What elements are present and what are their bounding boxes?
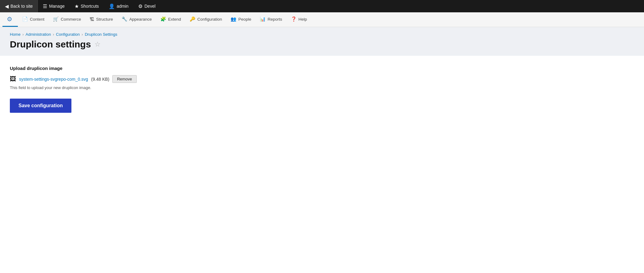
back-to-site-label: Back to site (10, 4, 33, 9)
file-icon: 🖼 (10, 75, 16, 83)
upload-section-label: Upload druplicon image (10, 66, 634, 71)
file-link[interactable]: system-settings-svgrepo-com_0.svg (19, 77, 88, 82)
nav-commerce[interactable]: 🛒 Commerce (49, 12, 85, 27)
breadcrumb: Home › Administration › Configuration › … (10, 32, 634, 37)
breadcrumb-sep-1: › (22, 32, 24, 37)
devel-icon: ⚙ (138, 3, 143, 9)
nav-help-label: Help (299, 17, 307, 22)
manage-label: Manage (49, 4, 65, 9)
structure-icon: 🏗 (90, 17, 94, 22)
nav-configuration[interactable]: 🔑 Configuration (185, 12, 226, 27)
back-icon: ◀ (5, 3, 9, 9)
page-title-row: Druplicon settings ☆ (10, 39, 634, 50)
nav-commerce-label: Commerce (61, 17, 81, 22)
nav-gear[interactable]: ⚙ (2, 12, 18, 27)
nav-people-label: People (238, 17, 251, 22)
appearance-icon: 🔧 (122, 16, 127, 22)
field-description: This field to upload your new druplicon … (10, 85, 634, 90)
manage-menu-button[interactable]: ☰ Manage (38, 0, 70, 12)
main-content: Upload druplicon image 🖼 system-settings… (0, 56, 644, 123)
breadcrumb-configuration[interactable]: Configuration (56, 32, 80, 37)
save-configuration-button[interactable]: Save configuration (10, 99, 71, 113)
breadcrumb-home[interactable]: Home (10, 32, 21, 37)
admin-user-button[interactable]: 👤 admin (104, 0, 133, 12)
content-icon: 📄 (22, 16, 28, 22)
user-icon: 👤 (109, 3, 115, 9)
breadcrumb-area: Home › Administration › Configuration › … (0, 27, 644, 56)
back-to-site-button[interactable]: ◀ Back to site (0, 0, 38, 12)
nav-extend-label: Extend (168, 17, 181, 22)
favorite-star-icon[interactable]: ☆ (95, 40, 101, 48)
nav-extend[interactable]: 🧩 Extend (156, 12, 185, 27)
nav-appearance[interactable]: 🔧 Appearance (117, 12, 156, 27)
admin-bar: ◀ Back to site ☰ Manage ★ Shortcuts 👤 ad… (0, 0, 644, 12)
people-icon: 👥 (231, 16, 236, 22)
breadcrumb-sep-3: › (82, 32, 83, 37)
breadcrumb-druplicon-settings[interactable]: Druplicon Settings (85, 32, 117, 37)
breadcrumb-sep-2: › (53, 32, 54, 37)
page-title: Druplicon settings (10, 39, 91, 50)
nav-configuration-label: Configuration (197, 17, 222, 22)
file-row: 🖼 system-settings-svgrepo-com_0.svg (9.4… (10, 75, 634, 83)
secondary-nav: ⚙ 📄 Content 🛒 Commerce 🏗 Structure 🔧 App… (0, 12, 644, 27)
help-icon: ❓ (291, 16, 297, 22)
nav-structure[interactable]: 🏗 Structure (85, 12, 117, 27)
shortcuts-label: Shortcuts (81, 4, 99, 9)
nav-people[interactable]: 👥 People (226, 12, 256, 27)
nav-reports-label: Reports (268, 17, 282, 22)
devel-button[interactable]: ⚙ Devel (133, 0, 160, 12)
configuration-icon: 🔑 (190, 16, 195, 22)
breadcrumb-administration[interactable]: Administration (26, 32, 51, 37)
remove-button[interactable]: Remove (112, 75, 136, 83)
reports-icon: 📊 (260, 16, 266, 22)
shortcuts-button[interactable]: ★ Shortcuts (70, 0, 104, 12)
star-nav-icon: ★ (74, 3, 79, 9)
nav-help[interactable]: ❓ Help (287, 12, 312, 27)
gear-icon: ⚙ (7, 15, 12, 23)
nav-appearance-label: Appearance (129, 17, 152, 22)
commerce-icon: 🛒 (53, 16, 59, 22)
file-size: (9.48 KB) (91, 77, 109, 82)
devel-label: Devel (144, 4, 155, 9)
nav-content-label: Content (30, 17, 44, 22)
admin-label: admin (117, 4, 128, 9)
menu-icon: ☰ (43, 3, 47, 9)
nav-content[interactable]: 📄 Content (18, 12, 49, 27)
extend-icon: 🧩 (160, 16, 166, 22)
nav-reports[interactable]: 📊 Reports (256, 12, 286, 27)
nav-structure-label: Structure (96, 17, 113, 22)
